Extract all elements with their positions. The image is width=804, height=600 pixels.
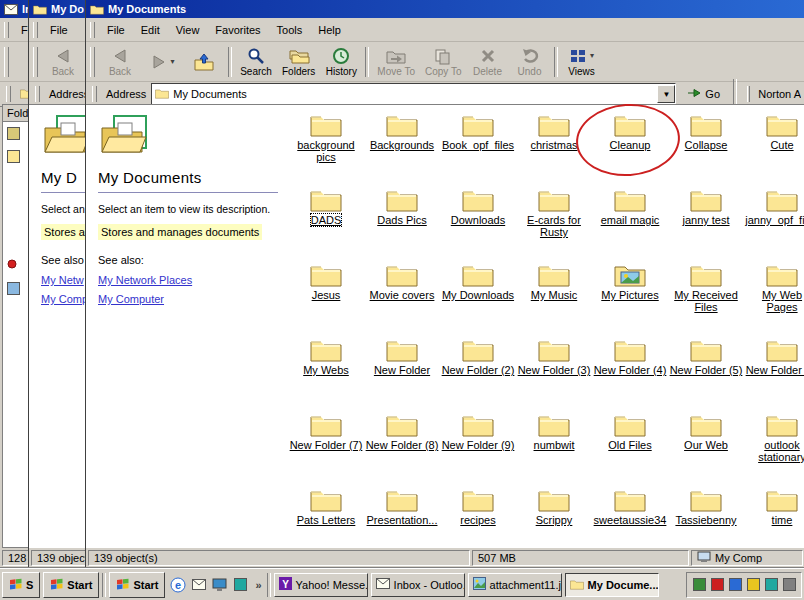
folder-backgrounds[interactable]: Backgrounds xyxy=(364,107,440,182)
folder-new-folder-7[interactable]: New Folder (7) xyxy=(288,407,364,482)
folder-new-folder-8[interactable]: New Folder (8) xyxy=(364,407,440,482)
grip-handle[interactable] xyxy=(747,86,750,102)
folder-collapse[interactable]: Collapse xyxy=(668,107,744,182)
back-button[interactable]: Back xyxy=(42,44,84,80)
show-desktop-icon[interactable] xyxy=(210,575,229,594)
folder-new-folder[interactable]: New Folder xyxy=(364,332,440,407)
menu-help[interactable]: Help xyxy=(310,21,349,39)
forward-button[interactable]: ▾ xyxy=(141,44,183,80)
address-combo[interactable]: My Documents ▼ xyxy=(151,83,676,105)
folder-icon xyxy=(538,110,570,137)
folder-e-cards-for-rusty[interactable]: E-cards for Rusty xyxy=(516,182,592,257)
start-label: Start xyxy=(133,579,158,591)
go-button[interactable]: Go xyxy=(681,84,725,104)
move-to-button[interactable]: Move To xyxy=(372,44,420,80)
folder-jesus[interactable]: Jesus xyxy=(288,257,364,332)
folder-our-web[interactable]: Our Web xyxy=(668,407,744,482)
task-my-docume[interactable]: My Docume... xyxy=(565,573,659,597)
grip-handle[interactable] xyxy=(6,86,11,102)
up-button[interactable] xyxy=(183,44,225,80)
scheduler-icon[interactable] xyxy=(764,578,778,592)
folder-presentation[interactable]: Presentation... xyxy=(364,482,440,548)
folder-my-downloads[interactable]: My Downloads xyxy=(440,257,516,332)
folder-my-music[interactable]: My Music xyxy=(516,257,592,332)
outlook-express-icon[interactable] xyxy=(189,575,208,594)
start-button[interactable]: Start xyxy=(109,572,165,598)
folder-new-folder-3[interactable]: New Folder (3) xyxy=(516,332,592,407)
menu-tools[interactable]: Tools xyxy=(269,21,311,39)
copy-to-button[interactable]: Copy To xyxy=(420,44,467,80)
title-bar[interactable]: My Documents xyxy=(86,0,804,18)
folder-downloads[interactable]: Downloads xyxy=(440,182,516,257)
ie-icon[interactable]: e xyxy=(168,575,187,594)
grip-handle[interactable] xyxy=(90,47,95,77)
folder-pats-letters[interactable]: Pats Letters xyxy=(288,482,364,548)
folder-background-pics[interactable]: background pics xyxy=(288,107,364,182)
dropdown-caret-icon: ▾ xyxy=(170,57,174,66)
folder-dads-pics[interactable]: Dads Pics xyxy=(364,182,440,257)
folder-outlook-stationary[interactable]: outlook stationary xyxy=(744,407,804,482)
address-dropdown-button[interactable]: ▼ xyxy=(657,85,675,103)
volume-icon[interactable] xyxy=(692,578,706,592)
folder-new-folder-2[interactable]: New Folder (2) xyxy=(440,332,516,407)
messenger-icon[interactable] xyxy=(746,578,760,592)
search-button[interactable]: Search xyxy=(235,44,277,80)
antivirus-icon[interactable] xyxy=(728,578,742,592)
grip-handle[interactable] xyxy=(35,86,40,102)
folder-my-web-pages[interactable]: My Web Pages xyxy=(744,257,804,332)
folder-email-magic[interactable]: email magic xyxy=(592,182,668,257)
overflow-chevron[interactable]: » xyxy=(253,579,263,591)
grip-handle[interactable] xyxy=(33,22,38,38)
grip-handle[interactable] xyxy=(4,22,9,38)
start-button-fragment[interactable]: S xyxy=(2,572,40,598)
grip-handle[interactable] xyxy=(90,22,95,38)
grip-handle[interactable] xyxy=(92,86,97,102)
menu-edit[interactable]: Edit xyxy=(133,21,168,39)
start-button-background[interactable]: Start xyxy=(43,572,99,598)
folder-sweetaussie34[interactable]: sweetaussie34 xyxy=(592,482,668,548)
network-icon[interactable] xyxy=(782,578,796,592)
back-button[interactable]: Back xyxy=(99,44,141,80)
folder-recipes[interactable]: recipes xyxy=(440,482,516,548)
undo-button[interactable]: Undo xyxy=(509,44,551,80)
views-button[interactable]: ▾Views xyxy=(561,44,603,80)
folder-scrippy[interactable]: Scrippy xyxy=(516,482,592,548)
folder-movie-covers[interactable]: Movie covers xyxy=(364,257,440,332)
folder-cleanup[interactable]: Cleanup xyxy=(592,107,668,182)
menu-favorites[interactable]: Favorites xyxy=(207,21,268,39)
folder-numbwit[interactable]: numbwit xyxy=(516,407,592,482)
folder-new-folder-9[interactable]: New Folder (9) xyxy=(440,407,516,482)
folder-dads[interactable]: DADS xyxy=(288,182,364,257)
link-my-computer[interactable]: My Computer xyxy=(98,293,278,305)
delete-button[interactable]: Delete xyxy=(467,44,509,80)
grip-handle[interactable] xyxy=(4,47,9,77)
folder-new-folder-4[interactable]: New Folder (4) xyxy=(592,332,668,407)
history-button[interactable]: History xyxy=(320,44,362,80)
folder-cute[interactable]: Cute xyxy=(744,107,804,182)
folder-janny-opf-files[interactable]: janny_opf_files xyxy=(744,182,804,257)
folder-new-folder-5[interactable]: New Folder (5) xyxy=(668,332,744,407)
folders-button[interactable]: Folders xyxy=(277,44,320,80)
norton-antivirus-band[interactable]: Norton A xyxy=(745,86,801,102)
folder-new-folder-6[interactable]: New Folder (6) xyxy=(744,332,804,407)
folder-book-opf-files[interactable]: Book_opf_files xyxy=(440,107,516,182)
grip-handle[interactable] xyxy=(33,47,38,77)
menu-file[interactable]: File xyxy=(99,21,133,39)
task-inbox-outloo[interactable]: Inbox - Outloo... xyxy=(371,573,465,597)
link-my-network-places[interactable]: My Network Places xyxy=(98,274,278,286)
menu-view[interactable]: View xyxy=(168,21,208,39)
folder-time[interactable]: time xyxy=(744,482,804,548)
task-yahoo-messe[interactable]: YYahoo! Messe... xyxy=(274,573,368,597)
folder-christmas[interactable]: christmas xyxy=(516,107,592,182)
folder-old-files[interactable]: Old Files xyxy=(592,407,668,482)
display-icon[interactable] xyxy=(710,578,724,592)
copy-to-icon xyxy=(433,47,453,65)
folder-tassiebenny[interactable]: Tassiebenny xyxy=(668,482,744,548)
task-attachment11-j[interactable]: attachment11.j... xyxy=(468,573,562,597)
folder-my-received-files[interactable]: My Received Files xyxy=(668,257,744,332)
menu-file[interactable]: File xyxy=(42,21,76,39)
media-player-icon[interactable] xyxy=(231,575,250,594)
folder-my-pictures[interactable]: My Pictures xyxy=(592,257,668,332)
folder-my-webs[interactable]: My Webs xyxy=(288,332,364,407)
folder-janny-test[interactable]: janny test xyxy=(668,182,744,257)
